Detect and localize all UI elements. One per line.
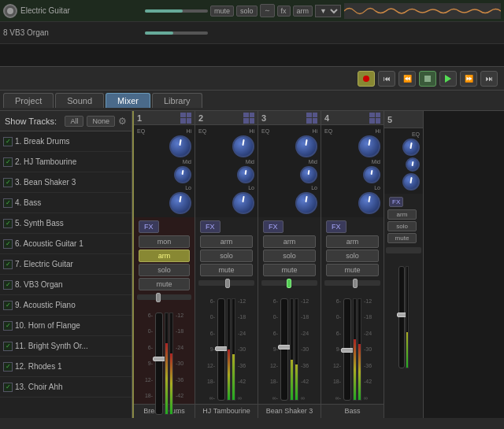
track-item[interactable]: ✓ 8. VB3 Organ	[0, 275, 132, 295]
track-check-9[interactable]: ✓	[3, 301, 13, 310]
track-check-6[interactable]: ✓	[3, 239, 13, 249]
mute-btn-2[interactable]: mute	[200, 264, 253, 276]
mute-btn-1[interactable]: mute	[139, 278, 190, 290]
channel-grid-icon-4[interactable]	[369, 113, 380, 124]
tab-mixer[interactable]: Mixer	[106, 93, 150, 108]
fx-btn-2[interactable]: FX	[200, 220, 220, 233]
fx-btn-3[interactable]: FX	[263, 220, 284, 233]
channel-grid-icon-1[interactable]	[180, 113, 191, 124]
track-check-3[interactable]: ✓	[3, 178, 13, 187]
solo-button[interactable]: solo	[236, 6, 258, 17]
solo-btn-3[interactable]: solo	[263, 250, 316, 262]
eq-hi-knob-4[interactable]	[358, 135, 380, 157]
mute-btn-4[interactable]: mute	[326, 264, 379, 276]
settings-icon[interactable]: ⚙	[118, 116, 127, 127]
channel-grid-icon-3[interactable]	[306, 113, 317, 124]
eq-hi-knob-5[interactable]	[402, 139, 420, 156]
track-check-4[interactable]: ✓	[3, 198, 13, 208]
tab-library[interactable]: Library	[152, 93, 202, 108]
track-check-2[interactable]: ✓	[3, 157, 13, 167]
curve-button[interactable]: ～	[260, 4, 275, 17]
fader-rail-2[interactable]	[217, 298, 225, 401]
fader-rail-5[interactable]	[398, 266, 405, 368]
fx-btn-5[interactable]: FX	[389, 197, 403, 207]
fader-rail-1[interactable]	[155, 313, 163, 415]
pan-slider-4[interactable]	[324, 280, 380, 286]
fader-rail-4[interactable]	[343, 298, 351, 401]
solo-btn-2[interactable]: solo	[200, 250, 253, 262]
pan-slider-5[interactable]	[386, 247, 421, 253]
eq-mid-knob-1[interactable]	[174, 166, 191, 183]
eq-mid-knob-3[interactable]	[300, 166, 317, 183]
mute-btn-5[interactable]: mute	[387, 233, 417, 243]
fx-btn-4[interactable]: FX	[326, 220, 346, 233]
eq-mid-knob-2[interactable]	[237, 166, 254, 183]
arm-btn-1[interactable]: arm	[139, 250, 190, 262]
track-item[interactable]: ✓ 12. Rhodes 1	[0, 357, 132, 377]
skip-to-start-button[interactable]: ⏮	[378, 71, 395, 87]
track-check-11[interactable]: ✓	[3, 342, 13, 351]
track-item[interactable]: ✓ 6. Acoustic Guitar 1	[0, 234, 132, 254]
arm-button[interactable]: arm	[293, 6, 313, 17]
track-item[interactable]: ✓ 9. Acoustic Piano	[0, 295, 132, 316]
pan-slider-2[interactable]	[198, 280, 254, 286]
track-item[interactable]: ✓ 3. Bean Shaker 3	[0, 172, 132, 193]
eq-lo-knob-1[interactable]	[169, 192, 191, 214]
track-check-13[interactable]: ✓	[3, 383, 13, 392]
solo-btn-1[interactable]: solo	[139, 264, 190, 276]
fader-handle-3[interactable]	[278, 345, 291, 349]
track-item[interactable]: ✓ 5. Synth Bass	[0, 213, 132, 234]
arm-btn-2[interactable]: arm	[200, 235, 253, 248]
arm-btn-3[interactable]: arm	[263, 235, 316, 248]
track-volume-slider-vb3[interactable]	[145, 31, 208, 35]
skip-to-end-button[interactable]: ⏭	[480, 71, 498, 87]
mon-btn-1[interactable]: mon	[139, 235, 190, 248]
eq-mid-knob-4[interactable]	[363, 166, 380, 183]
eq-hi-knob-2[interactable]	[232, 135, 254, 157]
arm-dropdown[interactable]: ▼	[315, 5, 341, 17]
fader-handle-1[interactable]	[153, 357, 165, 361]
track-check-12[interactable]: ✓	[3, 362, 13, 372]
track-check-8[interactable]: ✓	[3, 280, 13, 290]
eq-lo-knob-2[interactable]	[232, 192, 254, 214]
track-item[interactable]: ✓ 2. HJ Tambourine	[0, 152, 132, 172]
all-button[interactable]: All	[65, 116, 83, 127]
eq-hi-knob-1[interactable]	[169, 135, 191, 157]
track-volume-slider[interactable]	[145, 9, 208, 13]
channel-grid-icon-2[interactable]	[243, 113, 254, 124]
track-item[interactable]: ✓ 4. Bass	[0, 193, 132, 213]
track-item[interactable]: ✓ 10. Horn of Flange	[0, 316, 132, 336]
eq-lo-knob-3[interactable]	[295, 192, 317, 214]
track-item[interactable]: ✓ 11. Bright Synth Or...	[0, 336, 132, 357]
fast-forward-button[interactable]: ⏩	[460, 71, 477, 87]
tab-sound[interactable]: Sound	[55, 93, 104, 108]
eq-mid-knob-5[interactable]	[406, 157, 420, 172]
solo-btn-4[interactable]: solo	[326, 250, 379, 262]
record-button[interactable]	[358, 71, 375, 87]
arm-btn-4[interactable]: arm	[326, 235, 379, 248]
track-item[interactable]: ✓ 13. Choir Ahh	[0, 377, 132, 398]
fader-handle-2[interactable]	[215, 346, 228, 351]
fader-rail-3[interactable]	[280, 298, 288, 401]
eq-lo-knob-5[interactable]	[402, 173, 420, 190]
eq-hi-knob-3[interactable]	[295, 135, 317, 157]
fx-button[interactable]: fx	[277, 6, 291, 17]
eq-lo-knob-4[interactable]	[358, 192, 380, 214]
track-item[interactable]: ✓ 1. Break Drums	[0, 131, 132, 152]
tab-project[interactable]: Project	[3, 93, 54, 108]
track-check-1[interactable]: ✓	[3, 137, 13, 146]
track-item[interactable]: ✓ 7. Electric Guitar	[0, 254, 132, 275]
rewind-button[interactable]: ⏪	[398, 71, 416, 87]
solo-btn-5[interactable]: solo	[387, 221, 417, 231]
track-check-7[interactable]: ✓	[3, 260, 13, 269]
fader-handle-4[interactable]	[341, 348, 354, 353]
mute-btn-3[interactable]: mute	[263, 264, 316, 276]
none-button[interactable]: None	[87, 116, 115, 127]
track-check-10[interactable]: ✓	[3, 321, 13, 331]
mute-button[interactable]: mute	[210, 6, 234, 17]
pan-slider-3[interactable]	[261, 280, 317, 286]
play-button[interactable]	[439, 71, 457, 87]
arm-btn-5[interactable]: arm	[387, 209, 417, 220]
pan-slider-1[interactable]	[137, 294, 191, 300]
track-check-5[interactable]: ✓	[3, 219, 13, 228]
